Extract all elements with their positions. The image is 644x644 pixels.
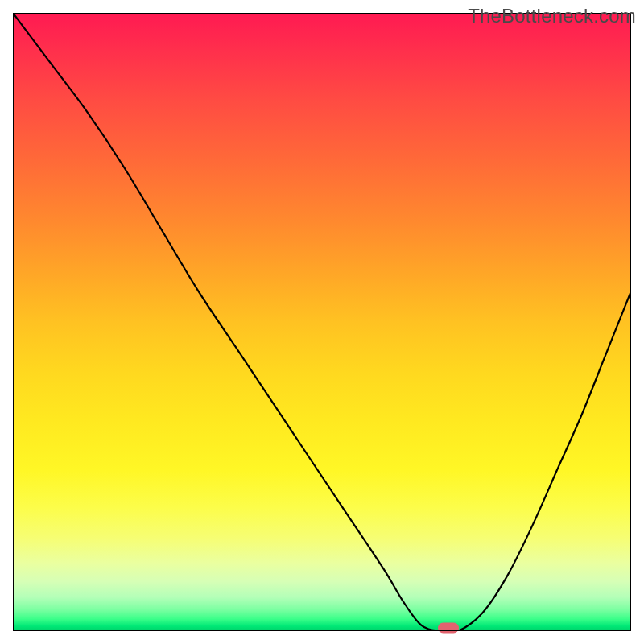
optimal-marker bbox=[438, 623, 459, 634]
chart-container: TheBottleneck.com bbox=[0, 0, 644, 644]
plot-area bbox=[13, 13, 631, 631]
watermark-label: TheBottleneck.com bbox=[468, 5, 636, 27]
background-gradient bbox=[13, 13, 631, 631]
